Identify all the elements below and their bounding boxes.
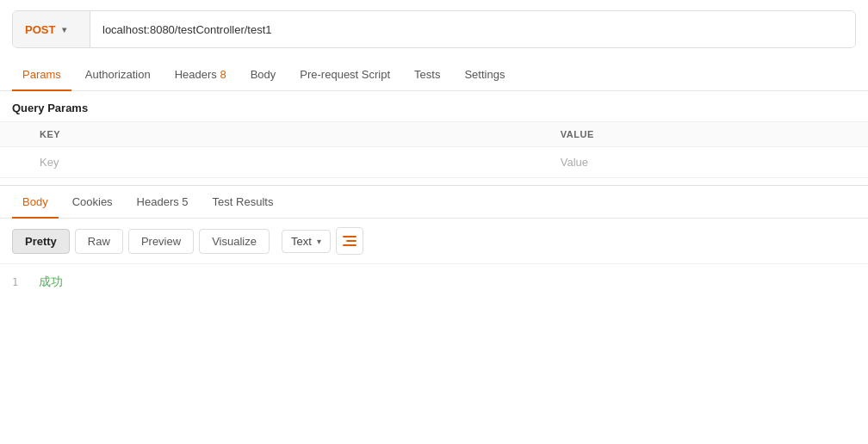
tab-params[interactable]: Params	[12, 59, 71, 91]
type-label: Text	[291, 235, 312, 248]
method-selector[interactable]: POST ▾	[13, 11, 90, 47]
type-chevron-icon: ▾	[317, 237, 321, 246]
row-checkbox	[0, 147, 28, 178]
method-label: POST	[25, 23, 55, 36]
tab-pre-request-script[interactable]: Pre-request Script	[289, 59, 400, 91]
tab-authorization[interactable]: Authorization	[75, 59, 161, 91]
tab-tests[interactable]: Tests	[404, 59, 450, 91]
url-bar: POST ▾	[12, 10, 856, 48]
table-row: Key Value	[0, 147, 868, 178]
tab-settings[interactable]: Settings	[454, 59, 515, 91]
raw-button[interactable]: Raw	[75, 229, 123, 254]
url-input[interactable]	[90, 11, 855, 47]
method-chevron-icon: ▾	[62, 25, 66, 34]
response-tab-test-results[interactable]: Test Results	[202, 187, 284, 219]
format-bar: Pretty Raw Preview Visualize Text ▾	[0, 219, 868, 264]
tab-body[interactable]: Body	[240, 59, 287, 91]
response-tab-headers[interactable]: Headers 5	[127, 187, 199, 219]
preview-button[interactable]: Preview	[128, 229, 194, 254]
query-params-title: Query Params	[0, 91, 868, 121]
response-tab-body[interactable]: Body	[12, 187, 59, 219]
type-select[interactable]: Text ▾	[282, 230, 331, 253]
response-body: 1 成功	[0, 264, 868, 300]
wrap-button[interactable]	[336, 227, 363, 255]
request-tabs: Params Authorization Headers 8 Body Pre-…	[0, 59, 868, 91]
pretty-button[interactable]: Pretty	[12, 229, 70, 254]
key-header: KEY	[28, 122, 549, 147]
response-tab-cookies[interactable]: Cookies	[62, 187, 123, 219]
wrap-icon	[343, 236, 356, 246]
tab-headers[interactable]: Headers 8	[164, 59, 237, 91]
params-table: KEY VALUE Key Value	[0, 121, 868, 178]
value-header: VALUE	[549, 122, 868, 147]
key-input-cell[interactable]: Key	[28, 147, 549, 178]
checkbox-header	[0, 122, 28, 147]
response-content: 成功	[39, 274, 63, 288]
value-input-cell[interactable]: Value	[549, 147, 868, 178]
response-tabs: Body Cookies Headers 5 Test Results	[0, 186, 868, 219]
visualize-button[interactable]: Visualize	[199, 229, 270, 254]
line-number: 1	[12, 276, 18, 288]
